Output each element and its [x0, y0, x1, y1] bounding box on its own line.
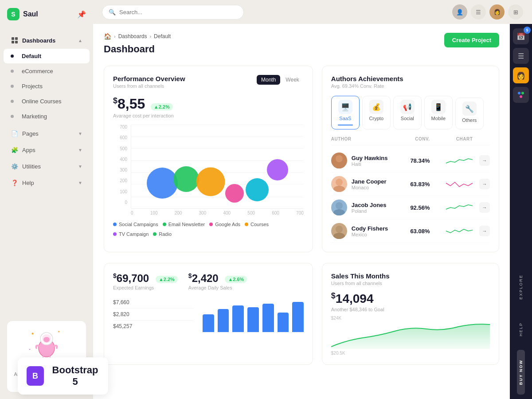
sidebar-header: S Saul 📌: [0, 0, 93, 28]
pin-icon[interactable]: 📌: [77, 10, 86, 19]
bar-5: [262, 304, 274, 332]
authors-tabs: 🖥️ SaaS 💰 Crypto 📢 Social: [331, 96, 490, 129]
sidebar-item-pages[interactable]: 📄 Pages ▼: [4, 125, 90, 141]
astronaut-illustration: ★ ★ ✦: [27, 328, 66, 359]
crypto-icon-box: 💰: [369, 100, 383, 114]
search-input[interactable]: [119, 9, 237, 16]
sidebar-item-default[interactable]: Default: [4, 49, 90, 63]
breadcrumb-sep: ›: [114, 34, 116, 39]
tab-social[interactable]: 📢 Social: [393, 96, 422, 129]
sidebar-item-projects[interactable]: Projects: [4, 79, 90, 94]
view-arrow-guy[interactable]: →: [479, 155, 490, 166]
logo-icon: S: [7, 8, 20, 20]
tab-others[interactable]: 🔧 Others: [455, 98, 484, 129]
view-arrow-jane[interactable]: →: [479, 179, 490, 189]
calendar-wrapper[interactable]: 📅 5: [513, 28, 529, 44]
currency-symbol: $: [113, 96, 117, 105]
performance-subtitle: Users from all channels: [113, 83, 185, 89]
view-arrow-jacob[interactable]: →: [479, 202, 490, 213]
svg-point-16: [333, 209, 345, 215]
svg-point-15: [336, 202, 343, 209]
tab-crypto[interactable]: 💰 Crypto: [362, 96, 391, 129]
legend-label-courses: Courses: [250, 222, 269, 227]
legend-dot-google: [209, 223, 213, 226]
view-arrow-cody[interactable]: →: [479, 226, 490, 236]
svg-rect-1: [15, 37, 18, 40]
chart-jacob: [430, 202, 473, 213]
topbar-avatar-btn[interactable]: 👤: [452, 4, 467, 20]
earnings-value: $69,700 ▲2.2%: [113, 272, 178, 285]
search-box[interactable]: 🔍: [102, 5, 244, 20]
create-project-button[interactable]: Create Project: [444, 33, 499, 47]
mini-chart-jane: [446, 179, 473, 189]
performance-card: Performance Overview Users from all chan…: [104, 66, 313, 252]
projects-label: Projects: [22, 83, 43, 90]
tab-saas[interactable]: 🖥️ SaaS: [331, 96, 360, 129]
sidebar-item-marketing[interactable]: Marketing: [4, 109, 90, 124]
chart-jane: [430, 179, 473, 189]
x-label-500: 500: [247, 211, 255, 215]
period-toggle: Month Week: [257, 75, 304, 85]
explore-side-btn[interactable]: Explore: [517, 265, 525, 309]
user-profile-btn[interactable]: 👩: [513, 67, 529, 83]
sales-value-wrapper: $14,094 Another $48,346 to Goal: [331, 291, 490, 312]
help-side-btn[interactable]: Help: [517, 313, 525, 346]
right-panel: 📅 5 ☰ 👩 Explore Help Buy now: [510, 24, 532, 399]
topbar: 🔍 👤 ☰ 👩 ⊞: [93, 0, 532, 24]
author-info-jane: Jane Cooper Monaco: [331, 176, 395, 192]
avatar-jane: [331, 176, 347, 192]
topbar-menu-btn[interactable]: ☰: [471, 4, 486, 20]
earnings-label: Expected Earnings: [113, 285, 178, 290]
color-picker-btn[interactable]: [513, 87, 529, 103]
home-icon[interactable]: 🏠: [104, 33, 111, 40]
marketing-label: Marketing: [22, 113, 47, 120]
legend-social: Social Campaigns: [113, 222, 158, 227]
author-row-cody: Cody Fishers Mexico 63.08% →: [331, 219, 490, 243]
breadcrumb-default[interactable]: Default: [154, 33, 171, 39]
breadcrumb-dashboards[interactable]: Dashboards: [118, 33, 147, 39]
chevron-down-icon: ▼: [78, 164, 82, 169]
buynow-side-btn[interactable]: Buy now: [517, 350, 525, 395]
svg-rect-3: [15, 41, 18, 43]
view-col-header: [473, 137, 490, 141]
author-col-header: AUTHOR: [331, 137, 395, 141]
legend-courses: Courses: [245, 222, 269, 227]
legend-label-radio: Radio: [159, 231, 172, 237]
month-button[interactable]: Month: [257, 75, 280, 85]
sidebar-item-dashboards[interactable]: Dashboards ▲: [4, 32, 90, 48]
avatar[interactable]: 👩: [489, 4, 505, 20]
sidebar-item-online-courses[interactable]: Online Courses: [4, 94, 90, 109]
nav-dot: [11, 85, 14, 88]
menu-icon-btn[interactable]: ☰: [513, 48, 529, 64]
sales-y-labels: $24K: [331, 316, 490, 321]
pages-icon: 📄: [11, 129, 19, 137]
sidebar-item-utilities[interactable]: ⚙️ Utilities ▼: [4, 158, 90, 174]
avatar-guy: [331, 153, 347, 168]
sidebar-item-help[interactable]: ❓ Help ▼: [4, 175, 90, 191]
sidebar-item-ecommerce[interactable]: eCommerce: [4, 64, 90, 78]
week-button[interactable]: Week: [281, 75, 303, 85]
daily-sales-value: $2,420 ▲2.6%: [188, 272, 247, 285]
tab-mobile[interactable]: 📱 Mobile: [424, 96, 453, 129]
performance-title: Performance Overview: [113, 75, 185, 82]
help-label: Help: [519, 317, 523, 342]
legend-label-google: Google Ads: [215, 222, 240, 227]
svg-point-18: [333, 233, 345, 239]
bar-chart: [203, 297, 304, 332]
y-label-300: 300: [120, 168, 127, 172]
stat-value: $8,55: [113, 96, 145, 112]
topbar-settings-btn[interactable]: ⊞: [508, 4, 523, 20]
help-icon: ❓: [11, 179, 19, 187]
legend-dot-social: [113, 223, 117, 226]
sidebar-item-apps[interactable]: 🧩 Apps ▼: [4, 142, 90, 158]
main-area: 🔍 👤 ☰ 👩 ⊞ 🏠 › Dashboards: [93, 0, 532, 399]
utilities-icon: ⚙️: [11, 162, 19, 170]
conv-guy: 78.34%: [395, 157, 430, 164]
legend-email: Email Newsletter: [163, 222, 205, 227]
breadcrumb-sep-2: ›: [149, 34, 151, 39]
tab-others-label: Others: [462, 117, 477, 123]
conv-col-header: CONV.: [395, 137, 430, 141]
profile-emoji: 👩: [516, 71, 525, 80]
bubble-purple: [267, 159, 288, 180]
sales-y-205k: $20.5K: [331, 351, 490, 356]
